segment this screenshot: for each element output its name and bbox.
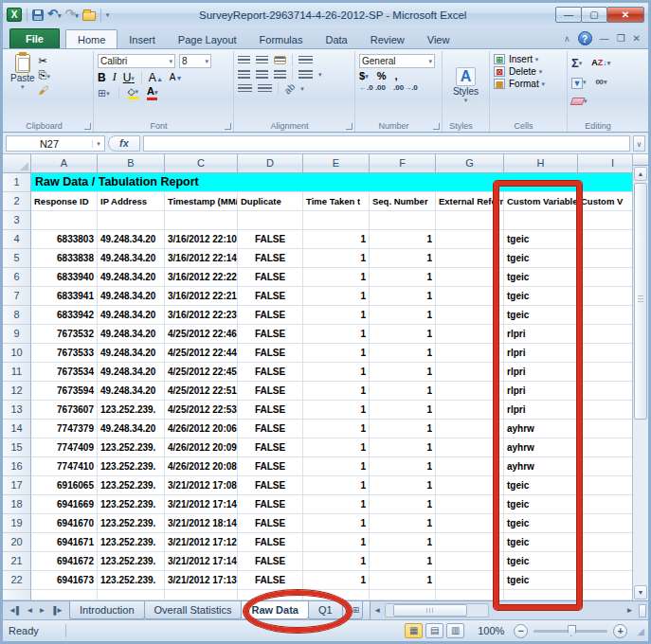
data-cell[interactable]: FALSE bbox=[238, 363, 303, 382]
row-header-12[interactable]: 12 bbox=[3, 382, 31, 401]
data-cell[interactable]: 4/25/2012 22:53 bbox=[165, 401, 238, 420]
data-cell[interactable]: 1 bbox=[303, 230, 370, 249]
grow-font-button[interactable]: A▲ bbox=[149, 71, 163, 84]
data-cell[interactable]: 3/21/2012 17:13 bbox=[165, 571, 238, 590]
data-cell[interactable]: 7747379 bbox=[31, 420, 98, 438]
data-cell[interactable]: 4/26/2012 20:08 bbox=[165, 457, 238, 476]
scroll-down-icon[interactable]: ▼ bbox=[634, 585, 647, 599]
data-cell[interactable] bbox=[98, 211, 165, 230]
prev-sheet-icon[interactable]: ◄ bbox=[25, 604, 36, 617]
data-cell[interactable]: 1 bbox=[303, 287, 370, 306]
zoom-level[interactable]: 100% bbox=[478, 625, 504, 636]
zoom-in-icon[interactable]: + bbox=[613, 624, 627, 638]
data-cell[interactable]: FALSE bbox=[238, 325, 303, 344]
minimize-button[interactable]: — bbox=[555, 7, 582, 23]
shrink-font-button[interactable]: A▼ bbox=[170, 72, 183, 82]
tab-splitter[interactable] bbox=[639, 604, 646, 617]
data-cell[interactable]: 1 bbox=[370, 325, 436, 344]
row-header-13[interactable]: 13 bbox=[3, 401, 31, 420]
data-cell[interactable]: 123.252.239. bbox=[98, 457, 165, 476]
data-cell[interactable]: 4/25/2012 22:44 bbox=[165, 344, 238, 363]
data-cell[interactable]: 123.252.239. bbox=[98, 401, 165, 420]
italic-button[interactable]: I bbox=[113, 70, 117, 84]
data-cell[interactable]: 1 bbox=[303, 382, 370, 401]
horizontal-scrollbar[interactable] bbox=[385, 603, 489, 617]
data-cell[interactable]: 1 bbox=[303, 438, 370, 457]
data-cell[interactable]: 49.248.34.20 bbox=[98, 306, 165, 325]
data-cell[interactable]: 49.248.34.20 bbox=[98, 382, 165, 401]
name-box-dropdown-icon[interactable]: ▾ bbox=[92, 140, 104, 148]
sheet-tab-introduction[interactable]: Introduction bbox=[69, 601, 144, 619]
data-cell[interactable]: FALSE bbox=[238, 476, 303, 495]
last-sheet-icon[interactable]: ▐► bbox=[48, 604, 65, 617]
sheet-tab-overall-statistics[interactable]: Overall Statistics bbox=[144, 601, 243, 619]
data-cell[interactable]: 6941671 bbox=[31, 533, 98, 552]
column-header-C[interactable]: C bbox=[165, 154, 238, 173]
tab-split-handle[interactable] bbox=[363, 601, 371, 619]
data-cell[interactable]: FALSE bbox=[238, 457, 303, 476]
insert-function-button[interactable]: fx bbox=[108, 135, 140, 152]
data-cell[interactable] bbox=[31, 590, 98, 600]
ribbon-tab-review[interactable]: Review bbox=[359, 30, 416, 48]
select-all-corner[interactable] bbox=[3, 154, 31, 173]
data-cell[interactable]: 123.252.239. bbox=[98, 476, 165, 495]
hscroll-left-icon[interactable]: ◄ bbox=[371, 601, 385, 619]
data-cell[interactable] bbox=[238, 211, 303, 230]
row-header-19[interactable]: 19 bbox=[3, 514, 31, 533]
fill-button[interactable]: ▼▾ bbox=[571, 73, 587, 90]
data-cell[interactable]: 6833941 bbox=[31, 287, 98, 306]
hscroll-right-icon[interactable]: ► bbox=[623, 606, 637, 615]
paste-button[interactable]: Paste▾ bbox=[7, 53, 39, 97]
font-dialog-launcher[interactable] bbox=[225, 123, 231, 130]
fill-color-button[interactable]: ◇▾ bbox=[128, 87, 138, 99]
ribbon-tab-insert[interactable]: Insert bbox=[118, 30, 167, 48]
ribbon-tab-data[interactable]: Data bbox=[314, 30, 358, 48]
data-cell[interactable]: 1 bbox=[303, 401, 370, 420]
data-cell[interactable]: FALSE bbox=[238, 514, 303, 533]
data-cell[interactable]: 1 bbox=[370, 571, 436, 590]
data-cell[interactable] bbox=[370, 590, 436, 600]
data-cell[interactable]: 6916065 bbox=[31, 476, 98, 495]
ribbon-tab-page-layout[interactable]: Page Layout bbox=[167, 30, 248, 48]
zoom-slider[interactable] bbox=[533, 630, 607, 633]
data-cell[interactable]: 1 bbox=[370, 514, 436, 533]
data-cell[interactable]: FALSE bbox=[238, 438, 303, 457]
decrease-decimal-icon[interactable]: .00→.0 bbox=[393, 83, 418, 92]
data-cell[interactable]: 6941672 bbox=[31, 552, 98, 571]
data-cell[interactable]: 7673532 bbox=[31, 325, 98, 344]
row-header-18[interactable]: 18 bbox=[3, 495, 31, 514]
data-cell[interactable]: FALSE bbox=[238, 268, 303, 287]
vertical-scrollbar[interactable]: ▲ ▼ bbox=[632, 154, 648, 600]
row-header-2[interactable]: 2 bbox=[3, 192, 31, 211]
currency-button[interactable]: $▾ bbox=[359, 70, 369, 81]
data-cell[interactable]: 7673534 bbox=[31, 363, 98, 382]
font-color-button[interactable]: A▾ bbox=[147, 86, 157, 100]
ribbon-tab-view[interactable]: View bbox=[416, 30, 461, 48]
column-header-E[interactable]: E bbox=[303, 154, 370, 173]
number-format-combobox[interactable]: General▾ bbox=[359, 54, 435, 68]
field-header-cell[interactable]: Duplicate bbox=[238, 192, 303, 211]
align-top-icon[interactable] bbox=[238, 56, 250, 64]
borders-button[interactable]: ⊞▾ bbox=[98, 87, 110, 99]
data-cell[interactable]: 49.248.34.20 bbox=[98, 363, 165, 382]
data-cell[interactable]: 3/16/2012 22:21 bbox=[165, 287, 238, 306]
doc-close-icon[interactable]: ✕ bbox=[633, 33, 641, 45]
data-cell[interactable]: 3/21/2012 18:14 bbox=[165, 514, 238, 533]
data-cell[interactable]: 1 bbox=[370, 268, 436, 287]
data-cell[interactable]: 1 bbox=[370, 552, 436, 571]
data-cell[interactable]: 1 bbox=[303, 571, 370, 590]
format-cells-button[interactable]: Format ▾ bbox=[509, 79, 545, 89]
data-cell[interactable]: FALSE bbox=[238, 382, 303, 401]
styles-button[interactable]: A Styles ▾ bbox=[449, 66, 482, 105]
row-header-21[interactable]: 21 bbox=[3, 552, 31, 571]
decrease-indent-icon[interactable] bbox=[238, 84, 252, 93]
row-header-10[interactable]: 10 bbox=[3, 344, 31, 363]
ribbon-tab-home[interactable]: Home bbox=[65, 29, 118, 48]
orientation-icon[interactable]: ab bbox=[282, 81, 298, 97]
row-header-22[interactable]: 22 bbox=[3, 571, 31, 590]
open-folder-icon[interactable] bbox=[82, 11, 96, 21]
data-cell[interactable]: 1 bbox=[370, 382, 436, 401]
row-header-8[interactable]: 8 bbox=[3, 306, 31, 325]
data-cell[interactable] bbox=[165, 590, 238, 600]
data-cell[interactable]: FALSE bbox=[238, 230, 303, 249]
